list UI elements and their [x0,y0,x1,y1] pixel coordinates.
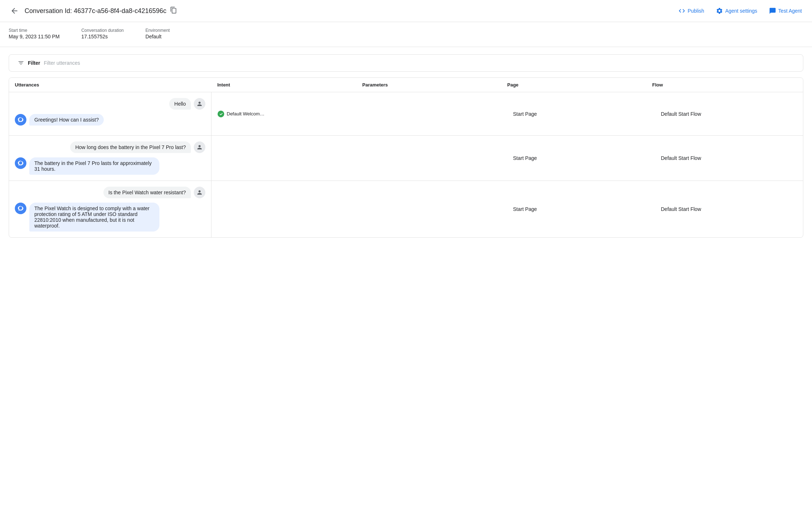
agent-settings-button[interactable]: Agent settings [714,4,759,17]
parameters-cell-2 [359,136,507,181]
agent-message-2: The battery in the Pixel 7 Pro lasts for… [15,157,205,175]
meta-start-time: Start time May 9, 2023 11:50 PM [9,28,60,39]
test-agent-label: Test Agent [778,8,802,14]
user-avatar-1 [194,98,205,110]
user-avatar-3 [194,187,205,198]
page-cell-3: Start Page [507,181,655,237]
col-intent: Intent [217,82,362,88]
back-button[interactable] [9,5,20,17]
user-message-2: How long does the battery in the Pixel 7… [15,141,205,153]
table-row: Hello Greetings! How can I assist? [9,92,803,136]
col-flow: Flow [652,82,797,88]
meta-bar: Start time May 9, 2023 11:50 PM Conversa… [0,22,812,47]
intent-cell-2 [211,136,359,181]
flow-cell-1: Default Start Flow [655,92,803,135]
user-bubble-3: Is the Pixel Watch water resistant? [103,187,191,198]
publish-label: Publish [688,8,704,14]
environment-label: Environment [145,28,170,33]
svg-point-0 [218,110,224,117]
user-message-1: Hello [15,98,205,110]
filter-bar[interactable]: Filter Filter utterances [9,54,803,72]
table-row: How long does the battery in the Pixel 7… [9,136,803,181]
flow-cell-2: Default Start Flow [655,136,803,181]
agent-settings-label: Agent settings [725,8,757,14]
intent-badge-1: Default Welcom… [217,110,265,118]
col-parameters: Parameters [362,82,507,88]
publish-button[interactable]: Publish [677,4,706,17]
intent-name-1: Default Welcom… [227,111,265,116]
filter-placeholder: Filter utterances [44,60,80,66]
intent-cell-1: Default Welcom… [211,92,359,135]
start-time-value: May 9, 2023 11:50 PM [9,34,60,39]
table-header: Utterances Intent Parameters Page Flow [9,78,803,92]
meta-environment: Environment Default [145,28,170,39]
meta-duration: Conversation duration 17.155752s [81,28,124,39]
agent-message-3: The Pixel Watch is designed to comply wi… [15,203,205,232]
header-actions: Publish Agent settings Test Agent [677,4,803,17]
test-agent-button[interactable]: Test Agent [768,4,803,17]
user-bubble-1: Hello [169,98,191,110]
duration-value: 17.155752s [81,34,108,39]
agent-avatar-3 [15,203,26,214]
utterances-cell-3: Is the Pixel Watch water resistant? The … [9,181,211,237]
utterances-cell-1: Hello Greetings! How can I assist? [9,92,211,135]
conversation-title: Conversation Id: 46377c-a56-8f4-da8-c421… [25,7,672,16]
agent-bubble-2: The battery in the Pixel 7 Pro lasts for… [29,157,159,175]
parameters-cell-3 [359,181,507,237]
parameters-cell-1 [359,92,507,135]
agent-bubble-1: Greetings! How can I assist? [29,114,104,126]
flow-cell-3: Default Start Flow [655,181,803,237]
user-avatar-2 [194,141,205,153]
agent-avatar-2 [15,157,26,169]
agent-avatar-1 [15,114,26,126]
duration-label: Conversation duration [81,28,124,33]
conversation-table: Utterances Intent Parameters Page Flow H… [9,77,803,238]
agent-bubble-3: The Pixel Watch is designed to comply wi… [29,203,159,232]
user-bubble-2: How long does the battery in the Pixel 7… [70,141,191,153]
copy-icon[interactable] [170,7,177,16]
table-row: Is the Pixel Watch water resistant? The … [9,181,803,237]
user-message-3: Is the Pixel Watch water resistant? [15,187,205,198]
filter-label: Filter [28,60,40,66]
agent-message-1: Greetings! How can I assist? [15,114,205,126]
page-cell-2: Start Page [507,136,655,181]
page-cell-1: Start Page [507,92,655,135]
col-utterances: Utterances [15,82,217,88]
intent-cell-3 [211,181,359,237]
col-page: Page [507,82,652,88]
conversation-id-label: Conversation Id: 46377c-a56-8f4-da8-c421… [25,7,166,15]
filter-icon [18,60,24,66]
start-time-label: Start time [9,28,60,33]
environment-value: Default [145,34,161,39]
header: Conversation Id: 46377c-a56-8f4-da8-c421… [0,0,812,22]
utterances-cell-2: How long does the battery in the Pixel 7… [9,136,211,181]
